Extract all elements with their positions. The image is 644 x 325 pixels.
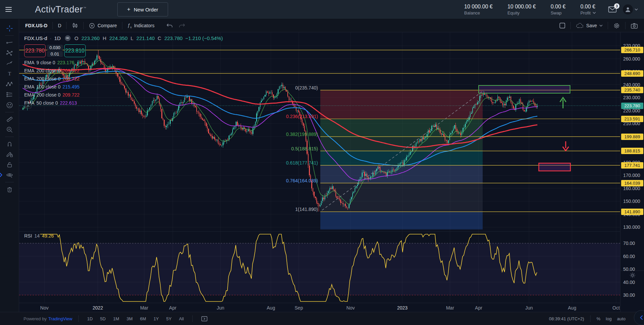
price-tick-label: 130.000: [623, 224, 640, 230]
range-5d-button[interactable]: 5D: [98, 315, 108, 323]
footer-separator: [590, 315, 591, 322]
avatar: [623, 4, 633, 14]
draw-lock-tool-button[interactable]: [3, 149, 16, 159]
fib-tools-tool-button[interactable]: [3, 48, 16, 58]
price-chart-canvas[interactable]: [19, 32, 620, 303]
price-scale[interactable]: 270.000260.000250.000240.000230.000220.0…: [620, 32, 644, 312]
interval-button[interactable]: D: [53, 19, 66, 32]
ohlc-value: 223.780: [164, 35, 183, 41]
indicators-button[interactable]: ƒx Indicators: [122, 19, 160, 32]
log-scale-button[interactable]: log: [606, 316, 611, 321]
time-axis[interactable]: Nov2022MarAprJunAugSepNov2023MarAprJunAu…: [19, 303, 620, 312]
legend-interval: 1D: [54, 35, 61, 41]
crosshair-tool-button[interactable]: [3, 23, 16, 34]
chart-type-button[interactable]: [67, 19, 83, 32]
account-menu-button[interactable]: [623, 4, 638, 14]
hide-drawings-icon: [6, 171, 13, 179]
measure-tool-button[interactable]: [3, 114, 16, 124]
time-label: Jun: [213, 305, 228, 311]
layout-button[interactable]: [554, 19, 570, 32]
time-label: Nov: [343, 305, 358, 311]
indicator-name: EMA: [24, 92, 34, 98]
range-1m-button[interactable]: 1M: [111, 315, 121, 323]
indicator-row[interactable]: EMA200 close 0209.722: [24, 91, 80, 99]
collapse-legend-button[interactable]: [25, 104, 31, 108]
magnet-tool-button[interactable]: [3, 139, 16, 149]
menu-icon[interactable]: [1, 0, 16, 19]
xabcd-pattern-icon: [6, 80, 13, 88]
legend-symbol[interactable]: FDX.US-d: [24, 35, 47, 41]
sell-price-button[interactable]: 223.780: [24, 44, 46, 57]
price-tick-label: 160.000: [623, 186, 640, 191]
chart-toolbar: FDX.US-D D Compare ƒx Indicators: [19, 19, 644, 32]
rsi-tick-label: 50.00: [623, 266, 635, 272]
indicator-row[interactable]: EMA200 close 0209.722: [24, 75, 80, 83]
redo-icon: [178, 23, 186, 29]
symbol-button[interactable]: FDX.US-D: [19, 19, 52, 32]
new-order-button[interactable]: + New Order: [117, 2, 168, 16]
rsi-tick-label: 40.00: [623, 280, 635, 285]
indicator-name: EMA: [24, 76, 34, 81]
mail-button[interactable]: 3: [608, 6, 617, 13]
text-icon: T: [6, 70, 13, 78]
auto-scale-button[interactable]: auto: [617, 316, 626, 321]
range-1y-button[interactable]: 1Y: [151, 315, 161, 323]
clock[interactable]: 08:39:41 (UTC+2): [549, 316, 584, 321]
expand-left-panel-button[interactable]: [0, 172, 3, 178]
redo-button[interactable]: [176, 19, 188, 32]
sidebar-divider: [5, 182, 14, 182]
sidebar-divider: [5, 137, 14, 137]
percent-scale-button[interactable]: %: [597, 316, 601, 321]
range-6m-button[interactable]: 6M: [138, 315, 149, 323]
indicator-row[interactable]: EMA50 close 0222.613: [24, 99, 80, 107]
brush-tool-button[interactable]: [3, 58, 16, 69]
zoom-in-tool-button[interactable]: [3, 124, 16, 135]
indicator-row[interactable]: EMA9 close 0223.176: [24, 59, 80, 67]
price-level-badge: 248.690: [621, 70, 643, 77]
time-label: Sep: [291, 305, 306, 311]
range-5y-button[interactable]: 5Y: [164, 315, 174, 323]
brightness-icon: [630, 272, 636, 278]
legend-visibility-icon[interactable]: [65, 35, 71, 41]
compare-button[interactable]: Compare: [84, 19, 122, 32]
time-label: Apr: [165, 305, 180, 311]
indicator-row[interactable]: EMA100 close 0215.495: [24, 83, 80, 91]
forecast-tool-button[interactable]: [3, 89, 16, 100]
stat-label: Profit: [580, 10, 596, 15]
remove-drawings-tool-button[interactable]: [3, 184, 16, 194]
tradingview-link[interactable]: TradingView: [48, 316, 73, 321]
xabcd-pattern-tool-button[interactable]: [3, 79, 16, 89]
ohlc-values: O223.260H224.350L221.140C223.780: [75, 35, 183, 41]
trend-line-tool-button[interactable]: [3, 37, 16, 48]
indicator-row[interactable]: EMA200 close 0209.722: [24, 67, 80, 75]
go-to-date-button[interactable]: [199, 314, 210, 323]
text-tool-button[interactable]: T: [3, 69, 16, 79]
forecast-icon: [6, 91, 13, 99]
axis-settings-corner[interactable]: [620, 270, 644, 280]
stat-value: 0.00 €: [580, 4, 596, 10]
chevron-down-icon[interactable]: [593, 12, 596, 14]
indicator-params: 50 close 0: [36, 100, 58, 106]
undo-button[interactable]: [159, 19, 176, 32]
buy-price-button[interactable]: 223.810: [64, 44, 86, 57]
fib-level-label: 0.618(177.741): [286, 160, 318, 166]
draw-lock-icon: [6, 150, 13, 158]
fib-level-label: 0.764(164.039): [286, 178, 318, 183]
spread-value: 0.030: [47, 45, 63, 50]
camera-icon: [631, 23, 638, 29]
range-1d-button[interactable]: 1D: [85, 315, 95, 323]
quote-widget: 223.780 0.030 0.01 223.810: [24, 44, 86, 57]
spread: 0.030 0.01: [47, 45, 63, 57]
top-bar: ActivTrader™ + New Order 10 000.00 €Bala…: [0, 0, 644, 19]
chart-settings-button[interactable]: [608, 19, 625, 32]
range-3m-button[interactable]: 3M: [124, 315, 135, 323]
range-all-button[interactable]: All: [176, 315, 186, 323]
emoji-tool-button[interactable]: [3, 100, 16, 110]
activtrader-app: ActivTrader™ + New Order 10 000.00 €Bala…: [0, 0, 644, 325]
screenshot-button[interactable]: [626, 19, 644, 32]
save-button[interactable]: Save: [571, 19, 608, 32]
time-label: 2022: [90, 305, 105, 311]
hide-drawings-tool-button[interactable]: [3, 170, 16, 180]
lock-tool-button[interactable]: [3, 159, 16, 170]
mail-badge: 3: [614, 3, 619, 9]
